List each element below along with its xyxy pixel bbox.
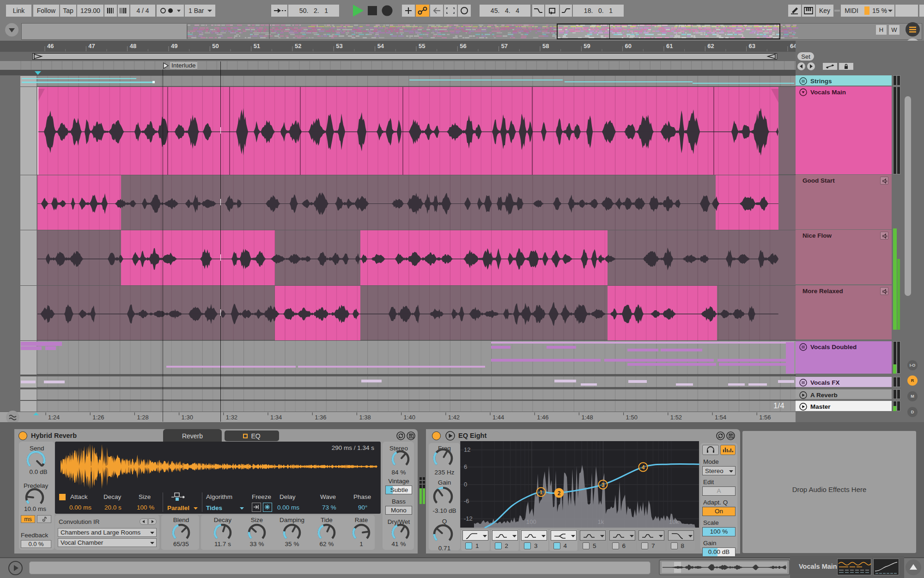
session-record-button[interactable] — [458, 5, 471, 17]
play-button[interactable] — [351, 4, 365, 18]
ir-prev-button[interactable] — [140, 518, 148, 525]
tide-value[interactable]: 62 % — [308, 541, 345, 547]
algorithm-menu[interactable]: Tides — [206, 504, 252, 512]
beat-time-ruler[interactable]: 46474849505152535455565758596061626364 — [0, 41, 796, 52]
device-on-button[interactable] — [432, 431, 441, 440]
track-header-a-reverb[interactable]: A Reverb — [796, 389, 892, 399]
eq-node-1[interactable]: 1 — [536, 487, 546, 497]
metronome-button[interactable] — [157, 5, 184, 17]
back-to-arrangement-button[interactable] — [5, 23, 18, 37]
punch-out-button[interactable] — [560, 5, 572, 17]
set-time-w-button[interactable]: W — [889, 25, 900, 35]
loop-brace-row[interactable] — [0, 52, 796, 61]
size-value[interactable]: 33 % — [238, 541, 275, 547]
note-toggle-button[interactable] — [37, 515, 51, 523]
edit-ab-button[interactable]: A — [702, 486, 736, 496]
track-header-vocals-doubled[interactable]: Vocals Doubled — [796, 341, 892, 374]
size2-value[interactable]: 100 % — [137, 504, 154, 511]
follow-playback-button[interactable] — [271, 5, 287, 17]
io-button[interactable]: I-O — [907, 360, 918, 370]
band-enable-checkbox[interactable] — [583, 542, 590, 549]
blend-value[interactable]: 65/35 — [163, 541, 200, 547]
ir-next-button[interactable] — [148, 518, 157, 525]
band-enable-checkbox[interactable] — [671, 542, 678, 549]
band-enable-checkbox[interactable] — [553, 542, 560, 549]
band-filter-menu[interactable] — [521, 530, 547, 541]
rate-value[interactable]: 1 — [343, 541, 380, 547]
follow-button[interactable]: Follow — [33, 5, 59, 17]
stop-button[interactable] — [367, 5, 378, 17]
reenable-automation-button[interactable] — [430, 5, 443, 17]
wave-value[interactable]: 73 % — [322, 504, 336, 511]
eq-graph[interactable]: 1260-6-121001k10k1234 — [460, 441, 699, 528]
decay2-value[interactable]: 20.0 s — [104, 504, 122, 511]
band-enable-checkbox[interactable] — [524, 542, 531, 549]
punch-in-button[interactable] — [532, 5, 544, 17]
ms-toggle-button[interactable]: ms — [21, 515, 35, 523]
link-button[interactable]: Link — [6, 5, 31, 17]
arrangement-position-display[interactable]: 50. 2. 1 — [288, 5, 339, 17]
eq-node-3[interactable]: 3 — [598, 480, 608, 490]
automation-arm-button[interactable] — [416, 5, 429, 17]
set-time-h-button[interactable]: H — [876, 25, 887, 35]
midi-map-button[interactable]: MIDI — [841, 5, 862, 17]
track-row-a-reverb[interactable] — [20, 389, 796, 400]
ir-preset-menu[interactable]: Vocal Chamber — [58, 538, 157, 547]
scrub-area[interactable]: Interlude — [0, 61, 796, 70]
track-header-lane-good-start[interactable]: Good Start — [796, 175, 892, 229]
send-knob[interactable] — [25, 449, 47, 471]
device-indicator[interactable]: D — [907, 407, 918, 417]
band-filter-menu[interactable] — [551, 530, 577, 541]
drop-audio-effects-area[interactable]: Drop Audio Effects Here — [742, 431, 916, 553]
band-enable-checkbox[interactable] — [612, 542, 619, 549]
record-arm-indicator[interactable]: R — [907, 375, 918, 386]
track-row-master[interactable]: 1/4 — [20, 400, 796, 412]
tab-reverb[interactable]: Reverb — [163, 429, 222, 443]
damping-value[interactable]: 35 % — [271, 541, 313, 547]
track-header-strings[interactable]: Strings — [796, 75, 892, 86]
computer-midi-keyboard-button[interactable] — [802, 5, 815, 17]
loop-button[interactable] — [545, 5, 559, 17]
freq-value[interactable]: 235 Hz — [430, 469, 459, 476]
gain-value[interactable]: -3.10 dB — [428, 507, 461, 514]
q-knob[interactable] — [432, 523, 455, 546]
tempo-display[interactable]: 129.00 — [77, 5, 103, 17]
decay-value[interactable]: 11.7 s — [204, 541, 241, 547]
scale-field[interactable]: 100 % — [702, 527, 736, 536]
spectrum-toggle-button[interactable] — [720, 445, 736, 455]
cpu-meter[interactable]: 15 % — [862, 5, 894, 17]
locator-interlude[interactable]: Interlude — [163, 61, 197, 69]
next-marker-button[interactable] — [807, 62, 815, 70]
overview-viewport[interactable] — [557, 24, 780, 39]
take-lane-good-start[interactable] — [20, 175, 796, 230]
gain-knob[interactable] — [432, 485, 455, 508]
band-filter-menu[interactable] — [580, 530, 606, 541]
stereo-knob[interactable] — [390, 449, 411, 470]
set-button[interactable]: Set — [797, 52, 814, 61]
vertical-scrollbar[interactable] — [905, 96, 911, 296]
nudge-up-button[interactable] — [118, 5, 129, 17]
overload-indicator[interactable] — [895, 5, 918, 17]
preview-headphone-button[interactable] — [702, 445, 719, 455]
eq-node-4[interactable]: 4 — [638, 462, 648, 472]
track-header-vocals-main[interactable]: Vocals Main — [796, 86, 892, 174]
track-row-vocals-fx[interactable] — [20, 376, 796, 387]
automation-mode-button[interactable] — [823, 63, 837, 70]
audition-take-button[interactable] — [880, 177, 888, 184]
device-title-bar[interactable]: Hybrid ReverbReverbEQ — [14, 429, 418, 443]
capture-midi-button[interactable] — [444, 5, 457, 17]
audition-take-button[interactable] — [880, 232, 888, 240]
loop-start-display[interactable]: 45. 4. 4 — [480, 5, 530, 17]
ir-category-menu[interactable]: Chambers and Large Rooms — [58, 528, 157, 537]
band-filter-menu[interactable] — [462, 530, 488, 541]
time-ruler[interactable]: 1:241:261:281:301:321:341:361:381:401:42… — [0, 412, 796, 422]
tab-eq[interactable]: EQ — [225, 430, 279, 441]
preview-play-button[interactable] — [8, 561, 23, 575]
band-filter-menu[interactable] — [609, 530, 635, 541]
key-map-button[interactable]: Key — [816, 5, 833, 17]
stereo-value[interactable]: 84 % — [387, 469, 411, 476]
freq-knob[interactable] — [432, 447, 455, 470]
track-row-vocals-doubled[interactable] — [20, 340, 796, 374]
track-header-vocals-fx[interactable]: Vocals FX — [796, 377, 892, 387]
parallel-menu[interactable]: Parallel — [167, 504, 200, 512]
